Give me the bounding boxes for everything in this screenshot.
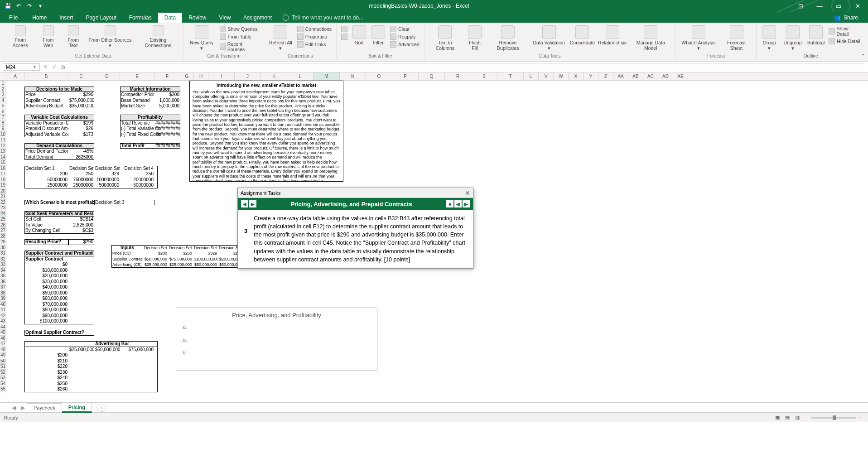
cell[interactable]: $199 (68, 121, 94, 126)
row-header[interactable]: 17 (0, 171, 6, 177)
row-header[interactable]: 15 (0, 160, 6, 166)
col-header[interactable]: M (313, 72, 340, 80)
row-header[interactable]: 35 (0, 273, 6, 279)
row-header[interactable]: 40 (0, 302, 6, 308)
col-header[interactable]: AE (673, 72, 688, 80)
row-header[interactable]: 11 (0, 137, 6, 143)
cell[interactable]: 50000000 (120, 183, 154, 188)
cell[interactable]: $290 (68, 239, 94, 245)
cell[interactable]: $0 (24, 262, 68, 268)
row-header[interactable]: 44 (0, 324, 6, 330)
cancel-formula-icon[interactable]: ✕ (41, 63, 50, 70)
reapply-button[interactable]: Reapply (388, 33, 421, 40)
from-access-button[interactable]: From Access (5, 24, 35, 49)
col-header[interactable]: Y (583, 72, 598, 80)
cell[interactable]: $100,000,000 (24, 318, 68, 324)
cell[interactable]: Resulting Price? (24, 239, 68, 245)
cell[interactable]: Competitor Pricing (120, 92, 154, 98)
cell[interactable]: $35,000,000 (68, 103, 94, 109)
row-header[interactable]: 41 (0, 307, 6, 313)
clear-button[interactable]: Clear (388, 25, 421, 33)
cell[interactable]: 200 (24, 171, 68, 177)
existing-connections-button[interactable]: Existing Connections (135, 24, 181, 49)
row-header[interactable]: 14 (0, 154, 6, 160)
cell[interactable]: $26 (68, 126, 94, 132)
cell[interactable]: Base Demand (120, 98, 154, 104)
cell[interactable]: $50,000,000 (24, 290, 68, 296)
assignment-task-dialog[interactable]: Assignment Tasks ✕ ◀ ▶ Pricing, Advertis… (237, 188, 473, 269)
col-header[interactable]: E (120, 72, 154, 80)
recent-sources-button[interactable]: Recent Sources (218, 41, 261, 53)
enter-formula-icon[interactable]: ✓ (50, 63, 59, 70)
cell[interactable]: $90,000,000 (24, 313, 68, 319)
zoom-slider[interactable] (811, 417, 856, 419)
col-header[interactable]: A (6, 72, 24, 80)
cell[interactable]: 329 (94, 171, 120, 177)
row-header[interactable]: 43 (0, 318, 6, 324)
cell[interactable]: 50000000 (94, 183, 120, 188)
tab-insert[interactable]: Insert (53, 13, 79, 23)
cell[interactable]: Supplier Contract (24, 98, 68, 104)
cell[interactable]: ########## (154, 132, 180, 138)
row-header[interactable]: 48 (0, 347, 6, 353)
row-header[interactable]: 1 (0, 81, 6, 87)
row-header[interactable]: 52 (0, 370, 6, 376)
tab-scroll-last-icon[interactable]: ▶ (18, 405, 27, 411)
row-header[interactable]: 50 (0, 358, 6, 364)
chevron-down-icon[interactable]: ▼ (33, 65, 37, 69)
cell[interactable]: 100000000 (94, 177, 120, 183)
row-header[interactable]: 4 (0, 98, 6, 104)
remove-duplicates-button[interactable]: Remove Duplicates (487, 24, 529, 52)
cell[interactable]: $200 (24, 352, 68, 358)
sort-button[interactable]: Sort (350, 24, 368, 46)
row-header[interactable]: 25 (0, 217, 6, 222)
row-header[interactable]: 37 (0, 285, 6, 290)
cell[interactable]: 2,625,000 (68, 222, 94, 228)
cell[interactable]: $173 (68, 132, 94, 138)
tab-scroll-first-icon[interactable]: ◀ (9, 405, 18, 411)
properties-button[interactable]: Properties (295, 33, 333, 40)
filter-button[interactable]: Filter (369, 24, 387, 46)
cell[interactable]: $220 (24, 364, 68, 370)
what-if-analysis-button[interactable]: What-If Analysis ▾ (679, 24, 719, 52)
cell[interactable]: Decisions to be Made (24, 87, 94, 92)
fx-icon[interactable]: fx (59, 64, 68, 70)
zoom-out-icon[interactable]: − (802, 415, 810, 420)
cell[interactable]: 250 (120, 171, 154, 177)
show-detail-button[interactable]: Show Detail (827, 25, 862, 37)
row-header[interactable]: 29 (0, 239, 6, 245)
cell[interactable]: Market Information (120, 87, 180, 92)
row-header[interactable]: 38 (0, 290, 6, 296)
col-header[interactable]: I (208, 72, 235, 80)
cell[interactable]: 5,000,000 (154, 103, 180, 109)
subtotal-button[interactable]: Subtotal (806, 24, 826, 46)
cell[interactable]: Price (24, 92, 68, 98)
text-to-columns-button[interactable]: Text to Columns (427, 24, 463, 52)
col-header[interactable]: B (24, 72, 68, 80)
row-header[interactable]: 18 (0, 177, 6, 183)
cell[interactable]: $60,000,000 (24, 296, 68, 302)
row-header[interactable]: 7 (0, 115, 6, 121)
cell[interactable]: $75,000,000 (68, 98, 94, 104)
cell[interactable]: $40,000,000 (24, 285, 68, 290)
col-header[interactable]: S (471, 72, 497, 80)
cell[interactable]: To Value (24, 222, 68, 228)
cell[interactable]: ########## (154, 126, 180, 132)
refresh-all-button[interactable]: Refresh All ▾ (267, 24, 294, 52)
tab-review[interactable]: Review (182, 13, 212, 23)
formula-input[interactable] (69, 63, 865, 71)
cell[interactable]: $30,000,000 (24, 279, 68, 285)
row-header[interactable]: 31 (0, 251, 6, 256)
cell[interactable]: 1,000,000 (154, 98, 180, 104)
tab-home[interactable]: Home (26, 13, 53, 23)
nav-next-icon[interactable]: ◀ (454, 200, 462, 207)
cell[interactable]: $10,000,000 (24, 268, 68, 274)
row-header[interactable]: 20 (0, 188, 6, 194)
cell[interactable]: Variable Cost Calculations (24, 115, 94, 121)
row-header[interactable]: 24 (0, 211, 6, 217)
cell[interactable]: Adjusted Variable Costs (24, 132, 68, 138)
from-table-button[interactable]: From Table (218, 33, 261, 40)
col-header[interactable]: H (194, 72, 208, 80)
tab-formulas[interactable]: Formulas (123, 13, 158, 23)
row-header[interactable]: 22 (0, 200, 6, 206)
